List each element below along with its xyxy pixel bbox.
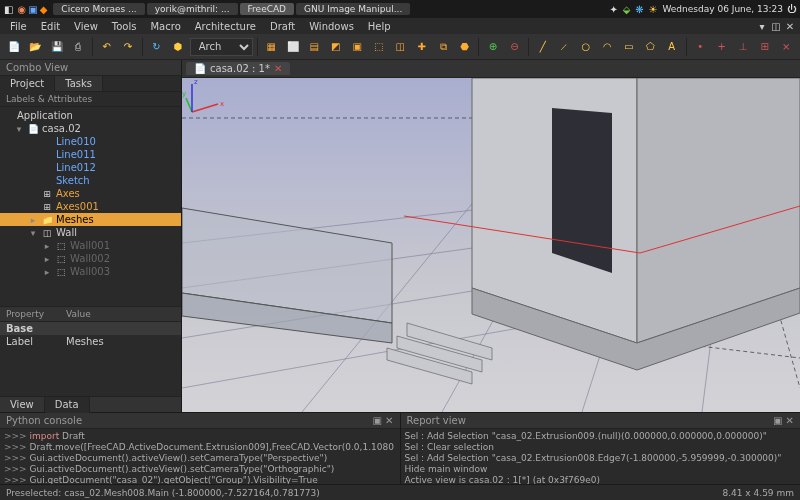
logout-icon[interactable]: ⏻	[787, 4, 796, 14]
menu-draft[interactable]: Draft	[264, 20, 301, 33]
doc-icon: 📄	[194, 63, 206, 74]
folder-icon[interactable]: ▣	[28, 4, 37, 15]
workbench-icon: ⬢	[168, 36, 187, 58]
tree-item[interactable]: Line011	[0, 148, 181, 161]
svg-line-22	[192, 104, 218, 112]
tree-item[interactable]: ▾◫Wall	[0, 226, 181, 239]
snap-int-icon[interactable]: ⨯	[776, 36, 795, 58]
tab-project[interactable]: Project	[0, 76, 55, 92]
new-file-icon[interactable]: 📄	[4, 36, 23, 58]
blender-icon[interactable]: ◆	[40, 4, 48, 15]
tree-item[interactable]: ▸⬚Wall002	[0, 252, 181, 265]
menu-macro[interactable]: Macro	[144, 20, 186, 33]
taskbar-app-button[interactable]: yorik@mithril: ...	[147, 3, 238, 15]
svg-text:x: x	[220, 100, 224, 108]
maximize-icon[interactable]: ◫	[770, 20, 782, 32]
tree-item[interactable]: Line010	[0, 135, 181, 148]
report-view[interactable]: Sel : Add Selection "casa_02.Extrusion00…	[401, 429, 801, 484]
menu-help[interactable]: Help	[362, 20, 397, 33]
arch-axis-icon[interactable]: ✚	[412, 36, 431, 58]
menu-file[interactable]: File	[4, 20, 33, 33]
property-header: PropertyValue	[0, 306, 181, 322]
menu-tools[interactable]: Tools	[106, 20, 143, 33]
menu-architecture[interactable]: Architecture	[189, 20, 262, 33]
app-menu-icon[interactable]: ◧	[4, 4, 13, 15]
refresh-icon[interactable]: ↻	[147, 36, 166, 58]
arch-floor-icon[interactable]: ◩	[326, 36, 345, 58]
model-tree[interactable]: Application ▾📄casa.02Line010Line011Line0…	[0, 107, 181, 306]
svg-text:z: z	[194, 78, 198, 86]
draft-rectangle-icon[interactable]: ▭	[619, 36, 638, 58]
redo-icon[interactable]: ↷	[118, 36, 137, 58]
tree-item[interactable]: Line012	[0, 161, 181, 174]
tree-root[interactable]: Application	[0, 109, 181, 122]
svg-text:y: y	[182, 90, 186, 98]
arch-section-icon[interactable]: ⧉	[433, 36, 452, 58]
panel-close-icon[interactable]: ▣ ✕	[773, 415, 794, 426]
report-view-panel: Report view ▣ ✕ Sel : Add Selection "cas…	[401, 413, 801, 484]
tree-item[interactable]: ▸⬚Wall003	[0, 265, 181, 278]
taskbar-app-button[interactable]: FreeCAD	[240, 3, 294, 15]
tree-item[interactable]: ▸⬚Wall001	[0, 239, 181, 252]
combo-view-panel: Combo View ProjectTasks Labels & Attribu…	[0, 60, 182, 412]
taskbar-app-button[interactable]: Cicero Moraes ...	[53, 3, 144, 15]
menu-windows[interactable]: Windows	[303, 20, 360, 33]
snap-mid-icon[interactable]: +	[712, 36, 731, 58]
open-file-icon[interactable]: 📂	[25, 36, 44, 58]
draft-line-icon[interactable]: ╱	[533, 36, 552, 58]
tray-icon[interactable]: ❋	[635, 4, 643, 15]
snap-grid-icon[interactable]: ⊞	[755, 36, 774, 58]
main-toolbar: 📄 📂 💾 ⎙ ↶ ↷ ↻ ⬢ Arch ▦ ⬜ ▤ ◩ ▣ ⬚ ◫ ✚ ⧉ ⬣…	[0, 34, 800, 60]
tray-icon[interactable]: ☀	[648, 4, 657, 15]
draft-text-icon[interactable]: A	[662, 36, 681, 58]
arch-window-icon[interactable]: ◫	[390, 36, 409, 58]
document-tab[interactable]: 📄 casa.02 : 1* ✕	[186, 62, 290, 75]
arch-structure-icon[interactable]: ⬜	[283, 36, 302, 58]
close-tab-icon[interactable]: ✕	[274, 63, 282, 74]
undo-icon[interactable]: ↶	[97, 36, 116, 58]
python-console[interactable]: >>> import Draft>>> Draft.move([FreeCAD.…	[0, 429, 400, 484]
print-icon[interactable]: ⎙	[68, 36, 87, 58]
property-row[interactable]: LabelMeshes	[0, 335, 181, 348]
arch-site-icon[interactable]: ⬚	[369, 36, 388, 58]
arch-wall-icon[interactable]: ▦	[262, 36, 281, 58]
status-preselect: Preselected: casa_02.Mesh008.Main (-1.80…	[6, 488, 320, 498]
prop-tab-view[interactable]: View	[0, 397, 45, 412]
axis-indicator: x y z	[182, 78, 226, 122]
tab-tasks[interactable]: Tasks	[55, 76, 103, 91]
menu-view[interactable]: View	[68, 20, 104, 33]
draft-wire-icon[interactable]: ⟋	[555, 36, 574, 58]
draft-arc-icon[interactable]: ◠	[598, 36, 617, 58]
close-icon[interactable]: ✕	[784, 20, 796, 32]
snap-perp-icon[interactable]: ⊥	[733, 36, 752, 58]
tray-icon[interactable]: ⬙	[623, 4, 631, 15]
tray-icon[interactable]: ✦	[609, 4, 617, 15]
taskbar-app-button[interactable]: GNU Image Manipul...	[296, 3, 410, 15]
menu-edit[interactable]: Edit	[35, 20, 66, 33]
panel-close-icon[interactable]: ▣ ✕	[372, 415, 393, 426]
arch-roof-icon[interactable]: ⬣	[455, 36, 474, 58]
arch-add-icon[interactable]: ⊕	[483, 36, 502, 58]
arch-cell-icon[interactable]: ▤	[305, 36, 324, 58]
firefox-icon[interactable]: ◉	[17, 4, 26, 15]
clock: Wednesday 06 June, 13:23	[662, 4, 783, 14]
tree-item[interactable]: Sketch	[0, 174, 181, 187]
draft-circle-icon[interactable]: ○	[576, 36, 595, 58]
workbench-select[interactable]: Arch	[190, 38, 253, 56]
snap-end-icon[interactable]: •	[690, 36, 709, 58]
arch-building-icon[interactable]: ▣	[347, 36, 366, 58]
svg-line-23	[186, 98, 192, 112]
property-view[interactable]: Base LabelMeshes	[0, 322, 181, 396]
save-file-icon[interactable]: 💾	[47, 36, 66, 58]
system-tray: ✦ ⬙ ❋ ☀ Wednesday 06 June, 13:23 ⏻	[608, 4, 796, 15]
prop-tab-data[interactable]: Data	[45, 397, 90, 413]
arch-remove-icon[interactable]: ⊖	[505, 36, 524, 58]
tree-item[interactable]: ⊞Axes	[0, 187, 181, 200]
tree-item[interactable]: ⊞Axes001	[0, 200, 181, 213]
draft-polygon-icon[interactable]: ⬠	[641, 36, 660, 58]
tree-item[interactable]: ▸📁Meshes	[0, 213, 181, 226]
minimize-icon[interactable]: ▾	[756, 20, 768, 32]
tree-header: Labels & Attributes	[0, 92, 181, 107]
3d-viewport[interactable]: x y z	[182, 78, 800, 412]
tree-item[interactable]: ▾📄casa.02	[0, 122, 181, 135]
